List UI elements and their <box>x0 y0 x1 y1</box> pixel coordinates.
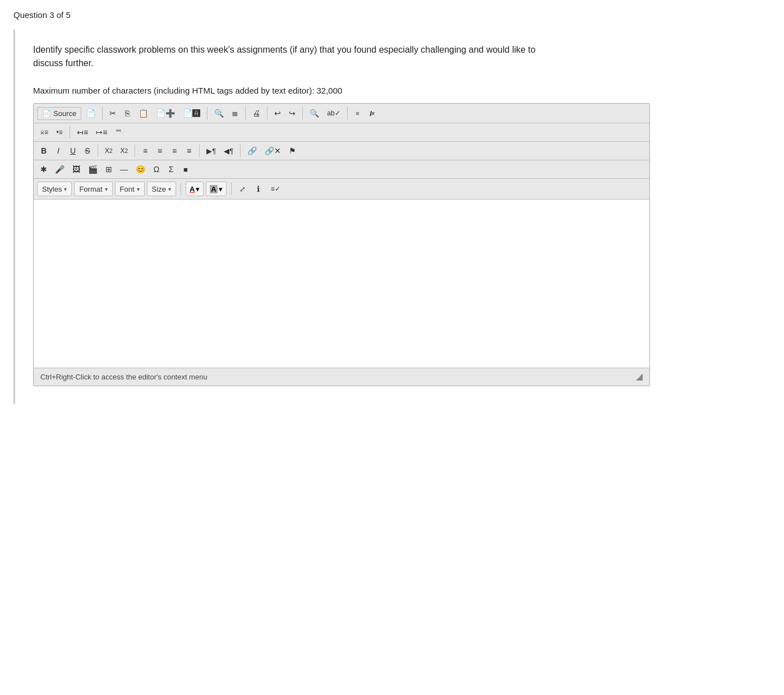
toolbar-divider-9 <box>135 145 135 157</box>
font-label: Font <box>120 185 135 193</box>
audio-button[interactable]: 🎤 <box>52 163 68 176</box>
bold-button[interactable]: B <box>37 144 50 157</box>
emoji-button[interactable]: 😊 <box>132 163 149 176</box>
numbered-list-button[interactable]: ⨰≡ <box>37 126 52 139</box>
question-block: Identify specific classwork problems on … <box>13 30 771 404</box>
link-button[interactable]: 🔗 <box>244 144 260 157</box>
horizontal-rule-button[interactable]: — <box>117 163 131 176</box>
toolbar-divider-7 <box>70 126 70 138</box>
outdent-button[interactable]: ↤≡ <box>73 126 91 139</box>
styles-arrow-icon: ▾ <box>64 186 67 192</box>
table-button[interactable]: ⊞ <box>102 163 116 176</box>
align-right-button[interactable]: ≡ <box>168 144 181 157</box>
select-all-button[interactable]: ≣ <box>228 106 242 120</box>
indent-button[interactable]: ↦≡ <box>93 126 110 139</box>
unlink-button[interactable]: 🔗✕ <box>261 144 284 157</box>
max-chars-label: Maximum number of characters (including … <box>33 86 753 95</box>
print-button[interactable]: 🖨 <box>249 106 264 120</box>
toolbar-row-5: Styles ▾ Format ▾ Font ▾ Size ▾ A <box>34 179 649 200</box>
font-color-a-icon: A <box>190 185 195 193</box>
size-label: Size <box>152 185 166 193</box>
editor-footer: Ctrl+Right-Click to access the editor's … <box>34 368 649 386</box>
rtl-button[interactable]: ◀¶ <box>220 144 237 157</box>
format-label: Format <box>79 185 102 193</box>
format-arrow-icon: ▾ <box>105 186 108 192</box>
toolbar-divider-8 <box>98 145 98 157</box>
paste-button[interactable]: 📋 <box>135 106 151 120</box>
source-icon: 📄 <box>42 109 51 118</box>
bg-color-button[interactable]: A ▾ <box>206 182 226 196</box>
toolbar-divider-10 <box>199 145 200 157</box>
format-dropdown[interactable]: Format ▾ <box>74 182 112 196</box>
toolbar-divider-6 <box>347 107 348 119</box>
ltr-button[interactable]: ▶¶ <box>203 144 219 157</box>
rich-text-editor: 📄 Source 📄 ✂ ⎘ 📋 📄➕ 📄🅰 🔍 ≣ 🖨 ↩ ↪ <box>33 103 650 386</box>
superscript-button[interactable]: X2 <box>117 144 132 157</box>
new-page-button[interactable]: 📄 <box>82 106 99 120</box>
toolbar-divider-11 <box>240 145 241 157</box>
subscript-button[interactable]: X2 <box>102 144 116 157</box>
editor-content-area[interactable] <box>34 200 649 368</box>
copy-button[interactable]: ⎘ <box>121 106 134 120</box>
strikethrough-button[interactable]: S <box>81 144 94 157</box>
image-button[interactable]: 🖼 <box>69 163 84 176</box>
underline-button[interactable]: U <box>66 144 80 157</box>
font-color-button[interactable]: A ▾ <box>186 182 204 196</box>
font-arrow-icon: ▾ <box>137 186 140 192</box>
maximize-button[interactable]: ⤢ <box>236 182 250 196</box>
find-replace-button[interactable]: 🔍 <box>211 106 227 120</box>
paste-plain-button[interactable]: 📄➕ <box>153 106 178 120</box>
anchor-button[interactable]: ⚑ <box>285 144 299 157</box>
toolbar-divider-4 <box>267 107 268 119</box>
toolbar-divider-2 <box>207 107 207 119</box>
toolbar-divider-13 <box>231 183 232 195</box>
size-arrow-icon: ▾ <box>168 186 171 192</box>
bg-color-a-icon: A <box>210 185 217 193</box>
question-text: Identify specific classwork problems on … <box>33 43 538 70</box>
styles-dropdown[interactable]: Styles ▾ <box>37 182 72 196</box>
toolbar-divider-1 <box>102 107 103 119</box>
editor-footer-hint: Ctrl+Right-Click to access the editor's … <box>40 373 207 381</box>
source-label: Source <box>53 109 76 118</box>
paste-word-button[interactable]: 📄🅰 <box>179 106 204 120</box>
toolbar-row-4: ✱ 🎤 🖼 🎬 ⊞ — 😊 Ω Σ ■ <box>34 160 649 179</box>
toolbar-divider-12 <box>181 183 181 195</box>
spellcheck-button[interactable]: ab✓ <box>324 106 343 120</box>
about-button[interactable]: ℹ <box>252 182 265 196</box>
align-justify-button[interactable]: ≡ <box>182 144 196 157</box>
toolbar-row-2: ⨰≡ •≡ ↤≡ ↦≡ ““ <box>34 123 649 142</box>
remove-format-button[interactable]: ≡ <box>351 106 365 120</box>
special-char-button[interactable]: Ω <box>150 163 163 176</box>
sigma-button[interactable]: Σ <box>164 163 178 176</box>
styles-label: Styles <box>42 185 62 193</box>
redo-button[interactable]: ↪ <box>285 106 299 120</box>
cut-button[interactable]: ✂ <box>106 106 119 120</box>
accessibility-check-button[interactable]: ≡✓ <box>268 182 284 196</box>
blockquote-button[interactable]: ““ <box>112 126 125 139</box>
format-clear-button[interactable]: Ix <box>366 106 379 120</box>
align-left-button[interactable]: ≡ <box>139 144 152 157</box>
bullet-list-button[interactable]: •≡ <box>53 126 66 139</box>
question-counter: Question 3 of 5 <box>13 10 771 20</box>
iframe-button[interactable]: ■ <box>179 163 192 176</box>
toolbar-divider-3 <box>245 107 246 119</box>
font-color-arrow-icon: ▾ <box>196 185 200 193</box>
toolbar-row-1: 📄 Source 📄 ✂ ⎘ 📋 📄➕ 📄🅰 🔍 ≣ 🖨 ↩ ↪ <box>34 104 649 123</box>
source-button[interactable]: 📄 Source <box>37 107 81 120</box>
italic-button[interactable]: I <box>52 144 65 157</box>
toolbar-row-3: B I U S X2 X2 ≡ ≡ ≡ ≡ ▶¶ ◀¶ 🔗 🔗✕ ⚑ <box>34 142 649 160</box>
widget-button[interactable]: ✱ <box>37 163 50 176</box>
undo-button[interactable]: ↩ <box>271 106 284 120</box>
bg-color-arrow-icon: ▾ <box>219 185 223 193</box>
size-dropdown[interactable]: Size ▾ <box>147 182 176 196</box>
search-button[interactable]: 🔍 <box>306 106 322 120</box>
flash-button[interactable]: 🎬 <box>85 163 101 176</box>
align-center-button[interactable]: ≡ <box>153 144 167 157</box>
font-dropdown[interactable]: Font ▾ <box>115 182 145 196</box>
toolbar-divider-5 <box>302 107 303 119</box>
resize-handle[interactable] <box>636 374 643 381</box>
